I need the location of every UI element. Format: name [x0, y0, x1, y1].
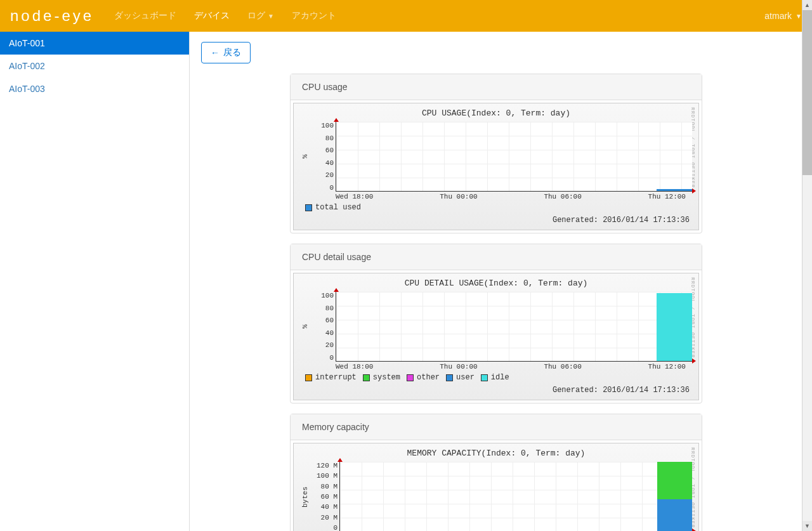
- panel-cpu-detail: CPU detail usage RRDTOOL / TOBI OETIKER …: [290, 244, 702, 403]
- ytick: 80 M: [321, 483, 337, 490]
- vertical-scrollbar[interactable]: ▲ ▼: [802, 0, 812, 531]
- legend: total used: [300, 200, 692, 212]
- legend-item: interrupt: [305, 373, 357, 382]
- y-axis-label: %: [300, 122, 310, 192]
- ytick: 40: [325, 329, 334, 337]
- ytick: 20: [325, 341, 334, 349]
- ytick: 0: [333, 524, 337, 531]
- top-navbar: node-eye ダッシュボード デバイス ログ ▼ アカウント atmark …: [0, 0, 812, 32]
- xtick: Thu 00:00: [440, 363, 477, 370]
- panels-container: CPU usage RRDTOOL / TOBI OETIKER CPU USA…: [290, 74, 702, 531]
- plot-area: [339, 462, 692, 531]
- swatch-icon: [363, 374, 370, 381]
- back-button-label: 戻る: [223, 47, 241, 58]
- ytick: 40 M: [321, 503, 337, 511]
- ytick: 80: [325, 134, 334, 142]
- xtick: Wed 18:00: [336, 193, 373, 200]
- panel-header: CPU detail usage: [291, 244, 702, 270]
- scroll-thumb[interactable]: [802, 10, 812, 175]
- chart-cpu-usage: RRDTOOL / TOBI OETIKER CPU USAGE(Index: …: [293, 103, 699, 230]
- xtick: Thu 00:00: [440, 193, 477, 200]
- chart-cpu-detail: RRDTOOL / TOBI OETIKER CPU DETAIL USAGE(…: [293, 273, 699, 400]
- nav-account[interactable]: アカウント: [283, 0, 345, 32]
- user-menu[interactable]: atmark ▼: [764, 11, 802, 21]
- x-ticks: Wed 18:00 Thu 00:00 Thu 06:00 Thu 12:00: [336, 192, 686, 200]
- nav-dashboard[interactable]: ダッシュボード: [105, 0, 185, 32]
- chart-title: CPU DETAIL USAGE(Index: 0, Term: day): [300, 277, 692, 292]
- chart-title: CPU USAGE(Index: 0, Term: day): [300, 107, 692, 122]
- legend-label: system: [373, 373, 400, 382]
- panel-body: RRDTOOL / TOBI OETIKER CPU USAGE(Index: …: [291, 100, 702, 233]
- swatch-icon: [305, 374, 312, 381]
- plot-area: [336, 292, 692, 362]
- arrow-left-icon: ←: [211, 48, 219, 58]
- series-idle: [657, 293, 692, 361]
- ytick: 60: [325, 317, 334, 324]
- back-button[interactable]: ← 戻る: [201, 42, 251, 63]
- brand-logo[interactable]: node-eye: [10, 7, 94, 25]
- chart-title: MEMORY CAPACITY(Index: 0, Term: day): [300, 447, 692, 462]
- plot-area: [336, 122, 692, 192]
- ytick: 0: [329, 184, 334, 192]
- legend-item: system: [363, 373, 400, 382]
- legend-item: total used: [305, 203, 361, 212]
- ytick: 120 M: [317, 462, 337, 469]
- series-lower: [657, 499, 693, 531]
- ytick: 80: [325, 305, 334, 312]
- sidebar-item-aiot-001[interactable]: AIoT-001: [0, 32, 189, 55]
- device-sidebar: AIoT-001 AIoT-002 AIoT-003: [0, 32, 190, 531]
- y-ticks: 120 M 100 M 80 M 60 M 40 M 20 M 0: [310, 462, 339, 531]
- user-name: atmark: [764, 11, 792, 21]
- ytick: 100: [321, 122, 334, 129]
- legend-item: user: [446, 373, 475, 382]
- series-total-used: [657, 189, 692, 191]
- y-axis-label: bytes: [300, 462, 310, 531]
- scroll-up-button[interactable]: ▲: [802, 0, 812, 10]
- legend-label: total used: [315, 203, 361, 212]
- chart-memory-capacity: RRDTOOL / TOBI OETIKER MEMORY CAPACITY(I…: [293, 443, 699, 531]
- generated-timestamp: Generated: 2016/01/14 17:13:36: [300, 212, 692, 226]
- generated-timestamp: Generated: 2016/01/14 17:13:36: [300, 382, 692, 396]
- y-ticks: 100 80 60 40 20 0: [310, 122, 336, 192]
- legend-item: idle: [481, 373, 509, 382]
- panel-header: Memory capacity: [291, 414, 702, 440]
- caret-down-icon: ▼: [796, 13, 802, 20]
- legend: interrupt system other user idle: [300, 370, 692, 382]
- legend-item: other: [407, 373, 440, 382]
- sidebar-item-aiot-002[interactable]: AIoT-002: [0, 55, 189, 77]
- ytick: 20: [325, 171, 334, 179]
- nav-device[interactable]: デバイス: [185, 0, 239, 32]
- xtick: Thu 06:00: [544, 363, 581, 370]
- xtick: Thu 12:00: [648, 193, 686, 200]
- sidebar-item-aiot-003[interactable]: AIoT-003: [0, 77, 189, 100]
- panel-body: RRDTOOL / TOBI OETIKER CPU DETAIL USAGE(…: [291, 270, 702, 403]
- legend-label: user: [456, 373, 475, 382]
- ytick: 20 M: [321, 514, 337, 521]
- panel-memory-capacity: Memory capacity RRDTOOL / TOBI OETIKER M…: [290, 414, 702, 531]
- ytick: 60: [325, 147, 334, 154]
- ytick: 0: [329, 354, 334, 362]
- swatch-icon: [481, 374, 488, 381]
- ytick: 100 M: [317, 472, 337, 480]
- y-ticks: 100 80 60 40 20 0: [310, 292, 336, 362]
- panel-cpu-usage: CPU usage RRDTOOL / TOBI OETIKER CPU USA…: [290, 74, 702, 233]
- swatch-icon: [407, 374, 414, 381]
- swatch-icon: [446, 374, 453, 381]
- main-content: ← 戻る CPU usage RRDTOOL / TOBI OETIKER CP…: [190, 32, 812, 531]
- panel-body: RRDTOOL / TOBI OETIKER MEMORY CAPACITY(I…: [291, 440, 702, 531]
- y-axis-label: %: [300, 292, 310, 362]
- legend-label: other: [417, 373, 440, 382]
- ytick: 100: [321, 292, 334, 299]
- x-ticks: Wed 18:00 Thu 00:00 Thu 06:00 Thu 12:00: [336, 362, 686, 370]
- xtick: Thu 06:00: [544, 193, 581, 200]
- nav-log[interactable]: ログ ▼: [239, 0, 283, 32]
- swatch-icon: [305, 204, 312, 211]
- ytick: 60 M: [321, 493, 337, 501]
- xtick: Wed 18:00: [336, 363, 373, 370]
- ytick: 40: [325, 159, 334, 167]
- nav-log-label: ログ: [247, 10, 265, 22]
- xtick: Thu 12:00: [648, 363, 686, 370]
- caret-down-icon: ▼: [268, 13, 274, 20]
- legend-label: interrupt: [315, 373, 357, 382]
- scroll-down-button[interactable]: ▼: [802, 521, 812, 531]
